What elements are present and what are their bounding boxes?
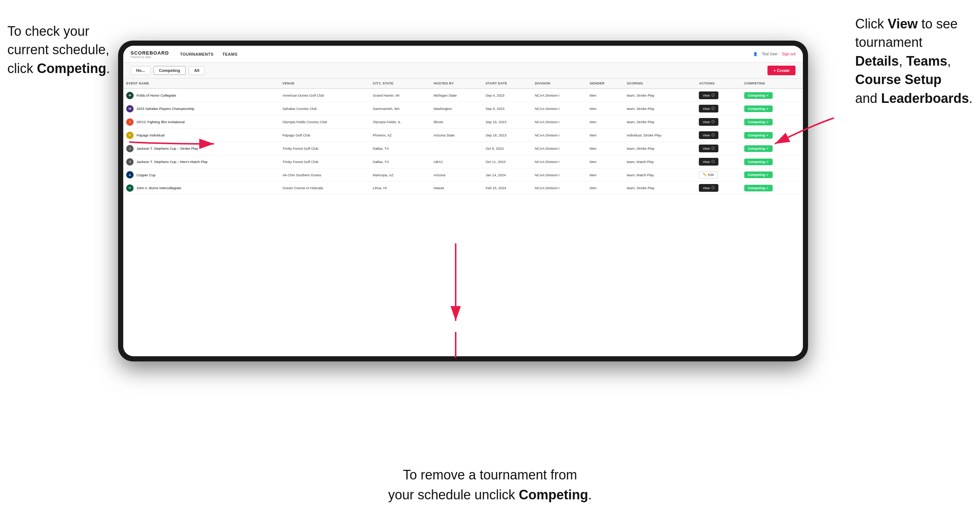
- division-cell: NCAA Division I: [532, 116, 587, 129]
- actions-cell: View ⓘ: [696, 129, 741, 142]
- view-button[interactable]: View ⓘ: [699, 131, 718, 139]
- start-date-cell: Sep 9, 2023: [483, 102, 532, 116]
- filter-all-button[interactable]: All: [189, 66, 205, 75]
- competing-button[interactable]: Competing ✓: [744, 171, 773, 178]
- filter-home-button[interactable]: Ho...: [130, 66, 151, 75]
- team-logo: I: [126, 118, 134, 126]
- team-logo: P: [126, 132, 134, 139]
- team-logo: A: [126, 171, 134, 178]
- competing-cell: Competing ✓: [741, 129, 803, 142]
- table-row: P Papago Individual Papago Golf ClubPhoe…: [123, 129, 803, 142]
- actions-cell: View ⓘ: [696, 142, 741, 155]
- competing-button[interactable]: Competing ✓: [744, 132, 773, 139]
- competing-button[interactable]: Competing ✓: [744, 159, 773, 165]
- scoring-cell: team, Stroke Play: [624, 181, 696, 195]
- filter-bar: Ho... Competing All + Create: [123, 63, 803, 79]
- col-gender: GENDER: [587, 79, 624, 89]
- competing-button[interactable]: Competing ✓: [744, 185, 773, 191]
- gender-cell: Men: [587, 168, 624, 181]
- division-cell: NCAA Division I: [532, 89, 587, 102]
- venue-cell: Trinity Forest Golf Club: [279, 142, 370, 155]
- city-state-cell: Lihue, HI: [370, 181, 431, 195]
- venue-cell: Sahalee Country Club: [279, 102, 370, 116]
- user-icon: 👤: [753, 52, 757, 56]
- actions-cell: View ⓘ: [696, 89, 741, 102]
- view-button[interactable]: View ⓘ: [699, 158, 718, 165]
- tablet-frame: SCOREBOARD Powered by clippl TOURNAMENTS…: [118, 41, 808, 362]
- col-hosted-by: HOSTED BY: [431, 79, 483, 89]
- view-button[interactable]: View ⓘ: [699, 105, 718, 113]
- event-name-text: Copper Cup: [137, 173, 155, 177]
- event-name-cell: A Copper Cup: [123, 168, 279, 181]
- venue-cell: Ak-Chin Southern Dunes: [279, 168, 370, 181]
- user-name: Test User: [762, 52, 778, 56]
- table-row: I OFCC Fighting Illini Invitational Olym…: [123, 116, 803, 129]
- venue-cell: American Dunes Golf Club: [279, 89, 370, 102]
- view-button[interactable]: View ⓘ: [699, 144, 718, 152]
- hosted-by-cell: Arizona: [431, 168, 483, 181]
- competing-button[interactable]: Competing ✓: [744, 92, 773, 99]
- view-button[interactable]: View ⓘ: [699, 184, 718, 192]
- team-logo: W: [126, 105, 134, 113]
- col-competing: COMPETING: [741, 79, 803, 89]
- hosted-by-cell: Washington: [431, 102, 483, 116]
- venue-cell: Olympia Fields Country Club: [279, 116, 370, 129]
- nav-right: 👤 Test User Sign out: [753, 52, 795, 56]
- gender-cell: Men: [587, 102, 624, 116]
- edit-button[interactable]: ✏️ Edit: [699, 171, 718, 178]
- start-date-cell: Oct 9, 2023: [483, 142, 532, 155]
- gender-cell: Men: [587, 181, 624, 195]
- city-state-cell: Olympia Fields, IL: [370, 116, 431, 129]
- competing-button[interactable]: Competing ✓: [744, 145, 773, 152]
- start-date-cell: Jan 14, 2024: [483, 168, 532, 181]
- tournaments-table: EVENT NAME VENUE CITY, STATE HOSTED BY S…: [123, 79, 803, 195]
- app-navbar: SCOREBOARD Powered by clippl TOURNAMENTS…: [123, 46, 803, 63]
- venue-cell: Papago Golf Club: [279, 129, 370, 142]
- actions-cell: View ⓘ: [696, 181, 741, 195]
- division-cell: NCAA Division I: [532, 155, 587, 168]
- start-date-cell: Feb 15, 2024: [483, 181, 532, 195]
- col-venue: VENUE: [279, 79, 370, 89]
- division-cell: NCAA Division I: [532, 168, 587, 181]
- table-row: H John A. Burns Intercollegiate Ocean Co…: [123, 181, 803, 195]
- scoring-cell: team, Match Play: [624, 168, 696, 181]
- event-name-text: OFCC Fighting Illini Invitational: [137, 120, 185, 124]
- actions-cell: View ⓘ: [696, 102, 741, 116]
- event-name-text: Papago Individual: [137, 133, 165, 137]
- sign-out-link[interactable]: Sign out: [782, 52, 795, 56]
- hosted-by-cell: Michigan State: [431, 89, 483, 102]
- gender-cell: Men: [587, 155, 624, 168]
- competing-cell: Competing ✓: [741, 155, 803, 168]
- team-logo: M: [126, 92, 134, 99]
- venue-cell: Trinity Forest Golf Club: [279, 155, 370, 168]
- brand-sub: Powered by clippl: [130, 56, 169, 58]
- nav-teams[interactable]: TEAMS: [223, 47, 238, 62]
- annotation-bottom: To remove a tournament from your schedul…: [388, 465, 592, 505]
- col-actions: ACTIONS: [696, 79, 741, 89]
- event-name-cell: J Jackson T. Stephens Cup – Men's Match …: [123, 155, 279, 168]
- city-state-cell: Phoenix, AZ: [370, 129, 431, 142]
- competing-cell: Competing ✓: [741, 181, 803, 195]
- division-cell: NCAA Division I: [532, 102, 587, 116]
- gender-cell: Men: [587, 89, 624, 102]
- venue-cell: Ocean Course At Hokuala: [279, 181, 370, 195]
- start-date-cell: Sep 4, 2023: [483, 89, 532, 102]
- gender-cell: Men: [587, 116, 624, 129]
- view-button[interactable]: View ⓘ: [699, 92, 718, 99]
- competing-cell: Competing ✓: [741, 89, 803, 102]
- create-button[interactable]: + Create: [767, 66, 795, 75]
- event-name-cell: M Folds of Honor Collegiate: [123, 89, 279, 102]
- annotation-topleft: To check your current schedule, click Co…: [7, 22, 110, 78]
- hosted-by-cell: Arizona State: [431, 129, 483, 142]
- start-date-cell: Sep 15, 2023: [483, 116, 532, 129]
- view-button[interactable]: View ⓘ: [699, 118, 718, 126]
- competing-button[interactable]: Competing ✓: [744, 105, 773, 112]
- table-header-row: EVENT NAME VENUE CITY, STATE HOSTED BY S…: [123, 79, 803, 89]
- scoring-cell: team, Stroke Play: [624, 116, 696, 129]
- col-event-name: EVENT NAME: [123, 79, 279, 89]
- filter-competing-button[interactable]: Competing: [153, 66, 186, 75]
- nav-links: TOURNAMENTS TEAMS: [180, 47, 753, 62]
- nav-tournaments[interactable]: TOURNAMENTS: [180, 47, 214, 62]
- competing-button[interactable]: Competing ✓: [744, 119, 773, 125]
- event-name-cell: J Jackson T. Stephens Cup – Stroke Play: [123, 142, 279, 155]
